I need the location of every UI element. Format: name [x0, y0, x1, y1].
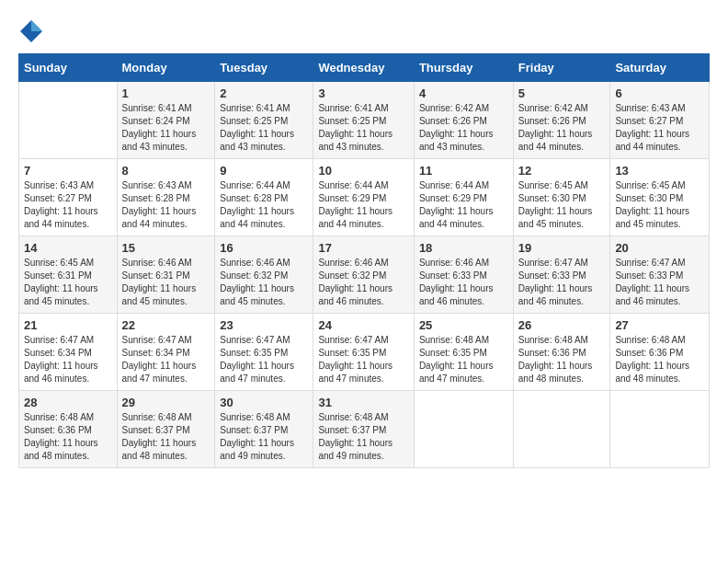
- day-info: Sunrise: 6:47 AMSunset: 6:35 PMDaylight:…: [220, 334, 308, 385]
- calendar-cell: 8Sunrise: 6:43 AMSunset: 6:28 PMDaylight…: [117, 159, 215, 236]
- day-info: Sunrise: 6:47 AMSunset: 6:33 PMDaylight:…: [518, 257, 606, 308]
- day-number: 27: [615, 318, 704, 332]
- day-number: 18: [419, 241, 508, 255]
- logo: [18, 18, 48, 44]
- day-number: 15: [122, 241, 210, 255]
- day-number: 23: [220, 318, 308, 332]
- day-info: Sunrise: 6:41 AMSunset: 6:25 PMDaylight:…: [318, 102, 408, 154]
- calendar-body: 1Sunrise: 6:41 AMSunset: 6:24 PMDaylight…: [19, 82, 710, 468]
- day-number: 10: [318, 164, 408, 178]
- day-info: Sunrise: 6:47 AMSunset: 6:33 PMDaylight:…: [615, 257, 704, 308]
- day-number: 14: [24, 241, 112, 255]
- day-number: 31: [318, 396, 408, 409]
- calendar-cell: 17Sunrise: 6:46 AMSunset: 6:32 PMDayligh…: [313, 236, 414, 314]
- day-info: Sunrise: 6:43 AMSunset: 6:28 PMDaylight:…: [122, 179, 210, 231]
- calendar-cell: 4Sunrise: 6:42 AMSunset: 6:26 PMDaylight…: [414, 82, 513, 159]
- day-number: 28: [24, 396, 112, 409]
- day-info: Sunrise: 6:41 AMSunset: 6:24 PMDaylight:…: [122, 102, 210, 154]
- logo-icon: [18, 18, 44, 44]
- weekday-header: Sunday: [19, 54, 118, 82]
- day-info: Sunrise: 6:43 AMSunset: 6:27 PMDaylight:…: [615, 102, 704, 154]
- day-number: 3: [318, 86, 408, 100]
- day-info: Sunrise: 6:48 AMSunset: 6:35 PMDaylight:…: [419, 334, 508, 385]
- calendar-cell: 18Sunrise: 6:46 AMSunset: 6:33 PMDayligh…: [414, 236, 513, 314]
- calendar-week-row: 28Sunrise: 6:48 AMSunset: 6:36 PMDayligh…: [19, 391, 710, 468]
- day-info: Sunrise: 6:45 AMSunset: 6:30 PMDaylight:…: [615, 179, 704, 231]
- calendar-cell: 11Sunrise: 6:44 AMSunset: 6:29 PMDayligh…: [414, 159, 513, 236]
- weekday-header: Tuesday: [215, 54, 313, 82]
- day-info: Sunrise: 6:46 AMSunset: 6:31 PMDaylight:…: [122, 257, 210, 308]
- day-info: Sunrise: 6:41 AMSunset: 6:25 PMDaylight:…: [220, 102, 308, 154]
- day-number: 12: [518, 164, 606, 178]
- calendar-cell: 25Sunrise: 6:48 AMSunset: 6:35 PMDayligh…: [414, 314, 513, 391]
- calendar-week-row: 21Sunrise: 6:47 AMSunset: 6:34 PMDayligh…: [19, 314, 710, 391]
- calendar-cell: [610, 391, 710, 468]
- calendar-cell: 22Sunrise: 6:47 AMSunset: 6:34 PMDayligh…: [117, 314, 215, 391]
- calendar-cell: 13Sunrise: 6:45 AMSunset: 6:30 PMDayligh…: [610, 159, 710, 236]
- calendar-cell: 20Sunrise: 6:47 AMSunset: 6:33 PMDayligh…: [610, 236, 710, 314]
- day-info: Sunrise: 6:45 AMSunset: 6:30 PMDaylight:…: [518, 179, 606, 231]
- day-number: 20: [615, 241, 704, 255]
- day-number: 4: [419, 86, 508, 100]
- calendar-cell: 9Sunrise: 6:44 AMSunset: 6:28 PMDaylight…: [215, 159, 313, 236]
- calendar-cell: 14Sunrise: 6:45 AMSunset: 6:31 PMDayligh…: [19, 236, 118, 314]
- weekday-header-row: SundayMondayTuesdayWednesdayThursdayFrid…: [19, 54, 710, 82]
- day-info: Sunrise: 6:42 AMSunset: 6:26 PMDaylight:…: [419, 102, 508, 154]
- calendar-cell: 29Sunrise: 6:48 AMSunset: 6:37 PMDayligh…: [117, 391, 215, 468]
- day-info: Sunrise: 6:44 AMSunset: 6:29 PMDaylight:…: [419, 179, 508, 231]
- day-number: 24: [318, 318, 408, 332]
- weekday-header: Monday: [117, 54, 215, 82]
- calendar-week-row: 7Sunrise: 6:43 AMSunset: 6:27 PMDaylight…: [19, 159, 710, 236]
- calendar-cell: 3Sunrise: 6:41 AMSunset: 6:25 PMDaylight…: [313, 82, 414, 159]
- page-header: [18, 18, 710, 44]
- day-info: Sunrise: 6:48 AMSunset: 6:36 PMDaylight:…: [24, 411, 112, 463]
- day-number: 6: [615, 86, 704, 100]
- calendar-cell: 7Sunrise: 6:43 AMSunset: 6:27 PMDaylight…: [19, 159, 118, 236]
- day-info: Sunrise: 6:48 AMSunset: 6:37 PMDaylight:…: [220, 411, 308, 463]
- weekday-header: Thursday: [414, 54, 513, 82]
- day-number: 17: [318, 241, 408, 255]
- day-number: 21: [24, 318, 112, 332]
- calendar-cell: 28Sunrise: 6:48 AMSunset: 6:36 PMDayligh…: [19, 391, 118, 468]
- day-info: Sunrise: 6:42 AMSunset: 6:26 PMDaylight:…: [518, 102, 606, 154]
- day-number: 7: [24, 164, 112, 178]
- day-info: Sunrise: 6:44 AMSunset: 6:28 PMDaylight:…: [220, 179, 308, 231]
- day-number: 11: [419, 164, 508, 178]
- calendar-cell: 15Sunrise: 6:46 AMSunset: 6:31 PMDayligh…: [117, 236, 215, 314]
- day-info: Sunrise: 6:48 AMSunset: 6:37 PMDaylight:…: [318, 411, 408, 463]
- calendar-cell: 1Sunrise: 6:41 AMSunset: 6:24 PMDaylight…: [117, 82, 215, 159]
- day-number: 19: [518, 241, 606, 255]
- calendar-cell: 12Sunrise: 6:45 AMSunset: 6:30 PMDayligh…: [513, 159, 610, 236]
- calendar-table: SundayMondayTuesdayWednesdayThursdayFrid…: [18, 53, 710, 468]
- calendar-cell: 19Sunrise: 6:47 AMSunset: 6:33 PMDayligh…: [513, 236, 610, 314]
- calendar-cell: 6Sunrise: 6:43 AMSunset: 6:27 PMDaylight…: [610, 82, 710, 159]
- day-info: Sunrise: 6:43 AMSunset: 6:27 PMDaylight:…: [24, 179, 112, 231]
- calendar-cell: 27Sunrise: 6:48 AMSunset: 6:36 PMDayligh…: [610, 314, 710, 391]
- day-info: Sunrise: 6:47 AMSunset: 6:34 PMDaylight:…: [24, 334, 112, 385]
- svg-marker-1: [31, 20, 42, 31]
- day-number: 26: [518, 318, 606, 332]
- calendar-cell: 2Sunrise: 6:41 AMSunset: 6:25 PMDaylight…: [215, 82, 313, 159]
- day-info: Sunrise: 6:46 AMSunset: 6:33 PMDaylight:…: [419, 257, 508, 308]
- day-info: Sunrise: 6:48 AMSunset: 6:37 PMDaylight:…: [122, 411, 210, 463]
- day-number: 16: [220, 241, 308, 255]
- weekday-header: Saturday: [610, 54, 710, 82]
- calendar-cell: 10Sunrise: 6:44 AMSunset: 6:29 PMDayligh…: [313, 159, 414, 236]
- day-number: 5: [518, 86, 606, 100]
- calendar-week-row: 14Sunrise: 6:45 AMSunset: 6:31 PMDayligh…: [19, 236, 710, 314]
- day-info: Sunrise: 6:46 AMSunset: 6:32 PMDaylight:…: [318, 257, 408, 308]
- day-number: 30: [220, 396, 308, 409]
- day-info: Sunrise: 6:46 AMSunset: 6:32 PMDaylight:…: [220, 257, 308, 308]
- calendar-cell: 31Sunrise: 6:48 AMSunset: 6:37 PMDayligh…: [313, 391, 414, 468]
- day-info: Sunrise: 6:47 AMSunset: 6:35 PMDaylight:…: [318, 334, 408, 385]
- calendar-cell: 5Sunrise: 6:42 AMSunset: 6:26 PMDaylight…: [513, 82, 610, 159]
- day-number: 22: [122, 318, 210, 332]
- calendar-header: SundayMondayTuesdayWednesdayThursdayFrid…: [19, 54, 710, 82]
- calendar-cell: 24Sunrise: 6:47 AMSunset: 6:35 PMDayligh…: [313, 314, 414, 391]
- calendar-cell: 16Sunrise: 6:46 AMSunset: 6:32 PMDayligh…: [215, 236, 313, 314]
- day-info: Sunrise: 6:45 AMSunset: 6:31 PMDaylight:…: [24, 257, 112, 308]
- weekday-header: Wednesday: [313, 54, 414, 82]
- day-number: 29: [122, 396, 210, 409]
- calendar-cell: [414, 391, 513, 468]
- calendar-cell: 21Sunrise: 6:47 AMSunset: 6:34 PMDayligh…: [19, 314, 118, 391]
